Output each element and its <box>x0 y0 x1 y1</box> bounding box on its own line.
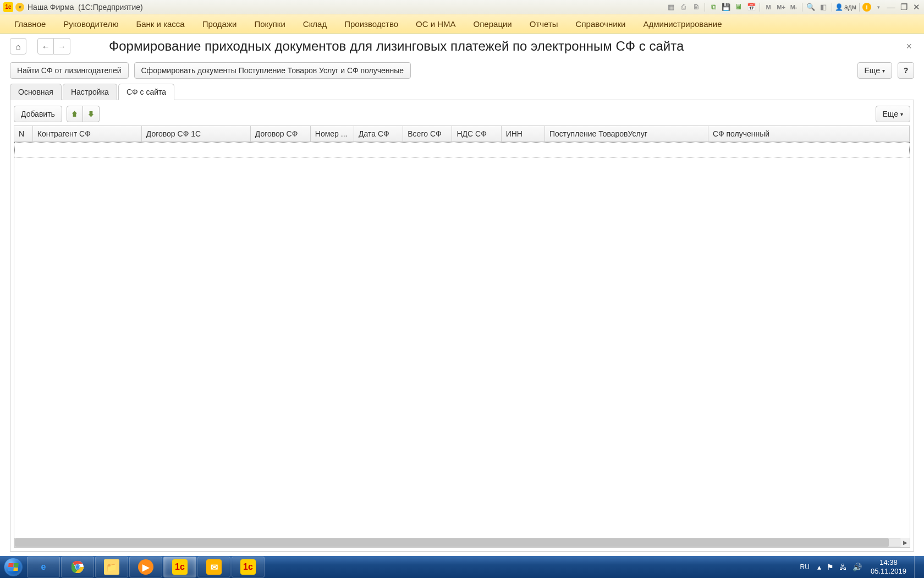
nav-row: ⌂ ← → Формирование приходных документов … <box>10 38 914 54</box>
action-row: Найти СФ от лизингодателей Сформировать … <box>10 62 914 79</box>
app-logo-icon: 1c <box>3 2 13 12</box>
print-icon[interactable]: ⎙ <box>678 2 689 12</box>
menu-item-6[interactable]: Производство <box>336 15 407 33</box>
close-window-button[interactable]: ✕ <box>911 2 922 12</box>
maximize-button[interactable]: ❐ <box>898 2 909 12</box>
language-indicator[interactable]: RU <box>800 563 810 571</box>
compare-icon[interactable]: ⧉ <box>708 2 719 12</box>
volume-icon[interactable]: 🔊 <box>853 563 862 571</box>
search-icon[interactable]: 🔍 <box>805 2 816 12</box>
app-menu-dropdown-icon[interactable]: ▾ <box>15 3 24 12</box>
taskbar-mail[interactable]: ✉ <box>197 557 230 577</box>
save-icon[interactable]: 💾 <box>721 2 732 12</box>
zoom-m-icon[interactable]: M <box>763 2 774 12</box>
column-header-3[interactable]: Договор СФ <box>251 126 311 141</box>
tab-0[interactable]: Основная <box>10 84 62 100</box>
user-label[interactable]: 👤 адм <box>835 3 856 11</box>
menu-item-10[interactable]: Справочники <box>567 15 635 33</box>
zoom-mplus-icon[interactable]: M+ <box>776 2 787 12</box>
clock-time: 14:38 <box>871 558 906 567</box>
close-page-button[interactable]: × <box>904 39 914 54</box>
info-icon[interactable]: i <box>862 3 871 12</box>
1c-icon: 1c <box>172 559 188 575</box>
clock[interactable]: 14:38 05.11.2019 <box>871 558 906 575</box>
more-button[interactable]: Еще▾ <box>857 62 893 79</box>
taskbar-chrome[interactable] <box>61 557 94 577</box>
menu-item-0[interactable]: Главное <box>6 15 54 33</box>
column-header-2[interactable]: Договор СФ 1С <box>142 126 251 141</box>
taskbar: e 📁 ▶ 1c ✉ 1c RU ▴ ⚑ 🖧 🔊 14:38 05.11.201… <box>0 556 924 578</box>
show-desktop-button[interactable] <box>914 556 921 578</box>
column-header-10[interactable]: СФ полученный <box>708 126 910 141</box>
menu-item-9[interactable]: Отчеты <box>521 15 567 33</box>
tab-1[interactable]: Настройка <box>63 84 117 100</box>
flag-icon[interactable]: ⚑ <box>827 563 834 571</box>
form-documents-button[interactable]: Сформировать документы Поступление Товар… <box>134 62 411 79</box>
menu-item-11[interactable]: Администрирование <box>634 15 730 33</box>
table-focus-row[interactable] <box>14 142 910 157</box>
start-button[interactable] <box>0 556 26 578</box>
1c-icon: 1c <box>240 559 256 575</box>
menu-item-8[interactable]: Операции <box>465 15 521 33</box>
network-icon[interactable]: 🖧 <box>839 563 847 571</box>
chevron-down-icon: ▾ <box>900 111 903 117</box>
tab-more-button[interactable]: Еще▾ <box>876 106 911 122</box>
tray-chevron-up-icon[interactable]: ▴ <box>817 563 821 571</box>
menu-item-5[interactable]: Склад <box>294 15 336 33</box>
move-up-button[interactable]: 🡅 <box>67 106 83 122</box>
column-header-7[interactable]: НДС СФ <box>452 126 501 141</box>
taskbar-explorer[interactable]: 📁 <box>95 557 128 577</box>
mail-icon: ✉ <box>206 559 222 575</box>
titlebar-tools: ▦ ⎙ 🗎 ⧉ 💾 🖩 📅 M M+ M- 🔍 ◧ 👤 адм i ▾ — ❐ … <box>666 2 924 12</box>
move-down-button[interactable]: 🡇 <box>83 106 100 122</box>
table-body[interactable] <box>14 142 910 538</box>
column-header-4[interactable]: Номер ... <box>311 126 354 141</box>
minimize-button[interactable]: — <box>886 2 897 12</box>
data-table[interactable]: NКонтрагент СФДоговор СФ 1СДоговор СФНом… <box>14 126 910 548</box>
document-icon[interactable]: 🗎 <box>691 2 702 12</box>
menu-item-3[interactable]: Продажи <box>194 15 246 33</box>
taskbar-1c-2[interactable]: 1c <box>232 557 265 577</box>
column-header-0[interactable]: N <box>14 126 33 141</box>
main-menu: ГлавноеРуководителюБанк и кассаПродажиПо… <box>0 14 924 34</box>
find-sf-button[interactable]: Найти СФ от лизингодателей <box>10 62 129 79</box>
forward-button[interactable]: → <box>54 38 70 54</box>
column-header-5[interactable]: Дата СФ <box>354 126 403 141</box>
zoom-mminus-icon[interactable]: M- <box>788 2 799 12</box>
menu-item-7[interactable]: ОС и НМА <box>407 15 465 33</box>
calendar-icon[interactable]: 📅 <box>746 2 757 12</box>
preview-icon[interactable]: ▦ <box>666 2 676 12</box>
tab-panel: Добавить 🡅 🡇 Еще▾ NКонтрагент СФДоговор … <box>10 100 914 552</box>
menu-item-4[interactable]: Покупки <box>245 15 294 33</box>
taskbar-1c-1[interactable]: 1c <box>163 557 196 577</box>
add-button[interactable]: Добавить <box>14 106 62 122</box>
content-area: ⌂ ← → Формирование приходных документов … <box>0 34 924 556</box>
home-button[interactable]: ⌂ <box>10 38 26 54</box>
horizontal-scrollbar[interactable]: ▶ <box>14 538 910 547</box>
help-button[interactable]: ? <box>898 62 914 79</box>
info-dropdown-icon[interactable]: ▾ <box>873 2 884 12</box>
menu-item-2[interactable]: Банк и касса <box>127 15 193 33</box>
scroll-right-icon[interactable]: ▶ <box>900 538 910 547</box>
column-header-8[interactable]: ИНН <box>502 126 545 141</box>
taskbar-ie[interactable]: e <box>27 557 60 577</box>
tab-strip: ОсновнаяНастройкаСФ с сайта <box>10 83 914 100</box>
back-button[interactable]: ← <box>37 38 54 54</box>
tab-2[interactable]: СФ с сайта <box>118 84 174 100</box>
arrow-up-icon: 🡅 <box>71 110 78 118</box>
system-tray: RU ▴ ⚑ 🖧 🔊 14:38 05.11.2019 <box>800 556 924 578</box>
column-header-1[interactable]: Контрагент СФ <box>33 126 142 141</box>
calculator-icon[interactable]: 🖩 <box>733 2 744 12</box>
title-bar: 1c ▾ Наша Фирма (1С:Предприятие) ▦ ⎙ 🗎 ⧉… <box>0 0 924 14</box>
column-header-6[interactable]: Всего СФ <box>403 126 452 141</box>
menu-item-1[interactable]: Руководителю <box>54 15 127 33</box>
table-header: NКонтрагент СФДоговор СФ 1СДоговор СФНом… <box>14 126 910 142</box>
arrow-right-icon: → <box>58 42 66 51</box>
chrome-icon <box>70 559 85 575</box>
column-header-9[interactable]: Поступление ТоваровУслуг <box>545 126 708 141</box>
arrow-left-icon: ← <box>42 42 50 51</box>
taskbar-media[interactable]: ▶ <box>129 557 162 577</box>
panel-icon[interactable]: ◧ <box>818 2 829 12</box>
home-icon: ⌂ <box>15 42 20 51</box>
svg-point-3 <box>76 565 80 569</box>
